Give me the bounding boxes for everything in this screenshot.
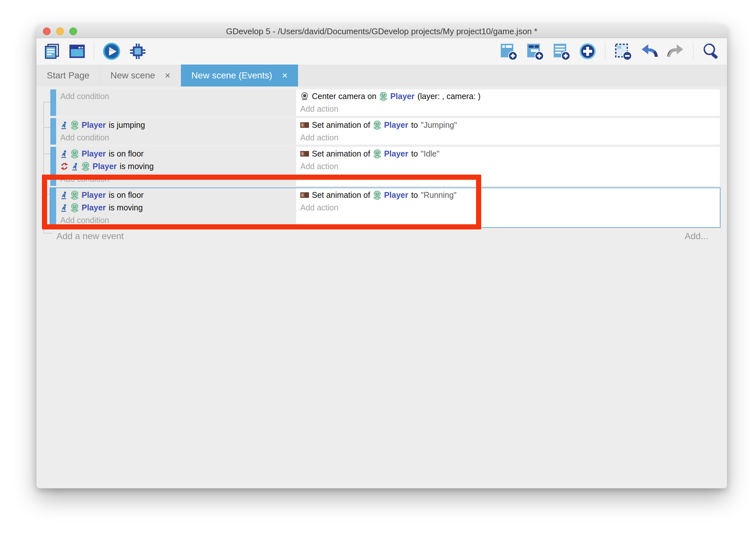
add-subevent-icon (526, 42, 544, 61)
tab-label: New scene (110, 70, 155, 81)
event-handle-bar[interactable] (50, 188, 56, 227)
add-comment-button[interactable] (552, 42, 570, 61)
instruction-text: is on floor (109, 190, 143, 200)
event-handle-bar[interactable] (50, 89, 56, 116)
event-row[interactable]: Player is jumpingAdd conditionSet animat… (50, 118, 720, 145)
instruction-text: Player (82, 190, 106, 200)
action-row[interactable]: Set animation of Player to "Running" (296, 189, 720, 201)
platformer-behavior-icon (60, 204, 68, 212)
animation-icon (300, 192, 309, 198)
debug-button[interactable] (129, 43, 146, 60)
scene-editor-button[interactable] (69, 43, 86, 60)
instruction-text: Player (384, 120, 408, 130)
instruction-text: "Jumping" (421, 120, 457, 130)
event-handle-bar[interactable] (50, 147, 56, 186)
redo-button[interactable] (667, 42, 685, 61)
instruction-text: to (411, 149, 418, 158)
search-button[interactable] (702, 42, 720, 61)
animation-icon (300, 122, 309, 128)
add-condition-button[interactable]: Add condition (56, 173, 296, 185)
condition-row[interactable]: Player is moving (56, 160, 296, 173)
conditions-cell[interactable]: Player is on floorPlayer is movingAdd co… (56, 188, 296, 227)
action-row[interactable]: Set animation of Player to "Jumping" (296, 119, 720, 131)
event-row[interactable]: Player is on floorPlayer is movingAdd co… (50, 147, 720, 186)
add-new-event-button[interactable]: Add a new event (57, 231, 124, 241)
toolbar-separator (94, 42, 94, 61)
actions-cell[interactable]: Center camera on Player (layer: , camera… (296, 89, 720, 116)
player-object-icon (373, 191, 381, 200)
instruction-text: is on floor (109, 149, 143, 158)
toolbar-separator (693, 42, 694, 61)
player-object-icon (373, 149, 381, 158)
add-more-button[interactable]: Add... (685, 231, 708, 241)
invert-condition-icon (60, 162, 68, 170)
event-row[interactable]: Add conditionCenter camera on Player (la… (50, 89, 720, 116)
conditions-cell[interactable]: Player is jumpingAdd condition (56, 118, 296, 145)
add-choose-button[interactable] (579, 42, 597, 61)
add-action-button[interactable]: Add action (296, 201, 720, 214)
instruction-text: Player (82, 149, 106, 158)
instruction-text: to (411, 120, 418, 130)
add-event-button[interactable] (499, 42, 517, 61)
event-row-selected[interactable]: Player is on floorPlayer is movingAdd co… (50, 188, 720, 227)
add-action-button[interactable]: Add action (296, 103, 720, 115)
preview-icon (102, 42, 121, 61)
instruction-text: Player (384, 190, 408, 200)
player-object-icon (71, 121, 79, 130)
delete-event-button[interactable] (614, 42, 632, 61)
instruction-text: Player (384, 149, 408, 158)
tab-start-page[interactable]: Start Page (36, 64, 100, 87)
instruction-text: is moving (120, 162, 154, 171)
platformer-behavior-icon (60, 150, 68, 158)
add-condition-button[interactable]: Add condition (56, 131, 296, 144)
tab-close-icon[interactable]: × (282, 71, 288, 80)
instruction-text: is moving (109, 203, 143, 212)
instruction-text: Player (82, 120, 106, 130)
action-row[interactable]: Set animation of Player to "Idle" (296, 147, 720, 160)
platformer-behavior-icon (71, 162, 79, 171)
tab-new-scene-events[interactable]: New scene (Events)× (181, 64, 298, 87)
instruction-text: Player (93, 162, 117, 171)
conditions-cell[interactable]: Add condition (56, 89, 296, 116)
event-handle-bar[interactable] (50, 118, 56, 145)
condition-row[interactable]: Player is moving (56, 201, 296, 214)
instruction-text: is jumping (109, 120, 145, 130)
events-footer: Add a new event Add... (36, 231, 727, 241)
condition-row[interactable]: Player is on floor (56, 189, 296, 201)
scene-editor-icon (69, 43, 86, 60)
project-manager-button[interactable] (44, 43, 60, 60)
add-subevent-button[interactable] (526, 42, 544, 61)
window-title: GDevelop 5 - /Users/david/Documents/GDev… (36, 26, 727, 36)
actions-cell[interactable]: Set animation of Player to "Idle"Add act… (296, 147, 720, 186)
add-action-button[interactable]: Add action (296, 160, 720, 173)
instruction-text: Set animation of (312, 190, 370, 200)
player-object-icon (379, 92, 387, 101)
window-body: GDevelop 5 - /Users/david/Documents/GDev… (36, 24, 727, 488)
tab-label: New scene (Events) (191, 70, 272, 81)
add-condition-button[interactable]: Add condition (56, 214, 296, 227)
titlebar[interactable]: GDevelop 5 - /Users/david/Documents/GDev… (36, 24, 727, 38)
player-object-icon (373, 121, 381, 130)
add-condition-button[interactable]: Add condition (56, 90, 296, 103)
preview-button[interactable] (102, 42, 121, 61)
tab-new-scene[interactable]: New scene× (100, 64, 181, 87)
tab-close-icon[interactable]: × (165, 71, 170, 80)
undo-button[interactable] (640, 42, 658, 61)
condition-row[interactable]: Player is on floor (56, 147, 296, 160)
animation-icon (300, 151, 309, 157)
actions-cell[interactable]: Set animation of Player to "Jumping"Add … (296, 118, 720, 145)
conditions-cell[interactable]: Player is on floorPlayer is movingAdd co… (56, 147, 296, 186)
delete-event-icon (614, 42, 632, 61)
add-action-button[interactable]: Add action (296, 131, 720, 144)
player-object-icon (71, 203, 79, 212)
debug-icon (129, 43, 146, 60)
events-sheet[interactable]: Add conditionCenter camera on Player (la… (36, 87, 727, 488)
platformer-behavior-icon (60, 191, 68, 199)
condition-row[interactable]: Player is jumping (56, 119, 296, 131)
instruction-text: (layer: , camera: ) (417, 92, 480, 101)
toolbar-right-group (499, 42, 720, 61)
actions-cell[interactable]: Set animation of Player to "Running"Add … (296, 188, 720, 227)
player-object-icon (71, 191, 79, 200)
instruction-text: Set animation of (312, 120, 370, 130)
action-row[interactable]: Center camera on Player (layer: , camera… (296, 90, 720, 103)
